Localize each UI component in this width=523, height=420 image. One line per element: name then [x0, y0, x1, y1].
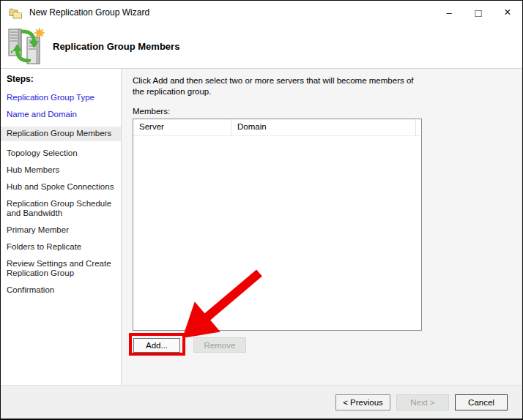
instruction-text: Click Add and then select two or more se…: [133, 75, 427, 97]
wizard-header: Replication Group Members: [1, 24, 522, 69]
minimize-icon: –: [446, 7, 451, 18]
maximize-button[interactable]: □: [464, 1, 493, 24]
maximize-icon: □: [475, 7, 481, 19]
step-replication-group-type[interactable]: Replication Group Type: [7, 93, 115, 102]
steps-heading: Steps:: [7, 74, 115, 84]
step-primary-member: Primary Member: [7, 225, 115, 235]
step-hub-and-spoke-connections: Hub and Spoke Connections: [7, 182, 115, 192]
remove-button: Remove: [193, 337, 246, 353]
step-review-settings: Review Settings and Create Replication G…: [7, 259, 115, 278]
minimize-button[interactable]: –: [434, 1, 464, 24]
page-title: Replication Group Members: [53, 41, 179, 52]
window-title: New Replication Group Wizard: [29, 7, 434, 18]
close-button[interactable]: ×: [493, 1, 522, 24]
step-folders-to-replicate: Folders to Replicate: [7, 242, 115, 252]
step-replication-group-members: Replication Group Members: [1, 127, 121, 141]
next-button: Next >: [396, 394, 449, 410]
footer-bar: < Previous Next > Cancel: [1, 385, 522, 419]
app-folders-icon: [9, 7, 23, 19]
server-column-header[interactable]: Server: [133, 119, 231, 135]
members-list[interactable]: Server Domain: [133, 119, 422, 331]
step-hub-members: Hub Members: [7, 165, 115, 175]
steps-sidebar: Steps: Replication Group Type Name and D…: [1, 69, 122, 385]
step-topology-selection: Topology Selection: [7, 149, 115, 158]
previous-button[interactable]: < Previous: [335, 394, 390, 410]
step-name-and-domain[interactable]: Name and Domain: [7, 110, 115, 119]
replication-servers-icon: [7, 27, 45, 65]
cancel-button[interactable]: Cancel: [455, 394, 508, 410]
add-button[interactable]: Add...: [133, 338, 180, 353]
members-list-header: Server Domain: [133, 119, 421, 136]
domain-column-header[interactable]: Domain: [231, 119, 416, 135]
step-schedule-and-bandwidth: Replication Group Schedule and Bandwidth: [7, 199, 115, 218]
members-label: Members:: [133, 107, 170, 116]
wizard-body: Steps: Replication Group Type Name and D…: [1, 69, 522, 385]
title-bar[interactable]: New Replication Group Wizard – □ ×: [1, 1, 522, 24]
wizard-window: New Replication Group Wizard – □ ×: [0, 0, 523, 420]
main-panel: Click Add and then select two or more se…: [122, 69, 522, 385]
close-icon: ×: [504, 6, 511, 19]
step-confirmation: Confirmation: [7, 285, 115, 295]
